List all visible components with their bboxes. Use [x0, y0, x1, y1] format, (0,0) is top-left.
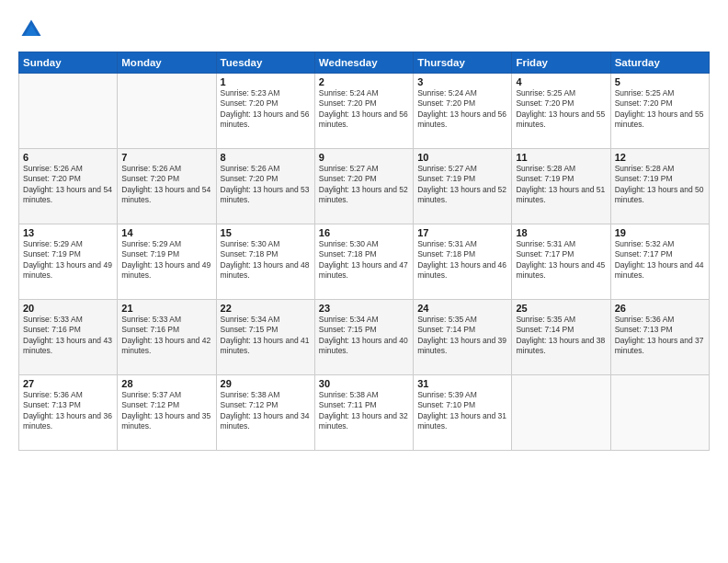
day-info: Sunrise: 5:31 AM Sunset: 7:17 PM Dayligh…	[516, 239, 606, 282]
calendar-cell: 14Sunrise: 5:29 AM Sunset: 7:19 PM Dayli…	[118, 224, 216, 300]
calendar-cell	[19, 74, 118, 149]
day-info: Sunrise: 5:23 AM Sunset: 7:20 PM Dayligh…	[221, 88, 311, 131]
calendar-cell	[610, 375, 709, 451]
calendar-cell: 28Sunrise: 5:37 AM Sunset: 7:12 PM Dayli…	[118, 375, 216, 451]
day-info: Sunrise: 5:37 AM Sunset: 7:12 PM Dayligh…	[121, 390, 211, 432]
day-number: 6	[23, 152, 113, 163]
day-number: 26	[615, 303, 705, 314]
day-info: Sunrise: 5:26 AM Sunset: 7:20 PM Dayligh…	[221, 164, 311, 206]
day-number: 31	[417, 378, 507, 389]
week-row-4: 20Sunrise: 5:33 AM Sunset: 7:16 PM Dayli…	[19, 300, 710, 375]
day-info: Sunrise: 5:24 AM Sunset: 7:20 PM Dayligh…	[417, 88, 507, 131]
calendar-table: SundayMondayTuesdayWednesdayThursdayFrid…	[18, 52, 710, 451]
day-info: Sunrise: 5:25 AM Sunset: 7:20 PM Dayligh…	[516, 88, 606, 131]
day-info: Sunrise: 5:24 AM Sunset: 7:20 PM Dayligh…	[319, 88, 409, 131]
calendar-cell: 8Sunrise: 5:26 AM Sunset: 7:20 PM Daylig…	[216, 149, 314, 224]
calendar-cell: 17Sunrise: 5:31 AM Sunset: 7:18 PM Dayli…	[414, 224, 512, 300]
day-number: 22	[221, 303, 311, 314]
day-info: Sunrise: 5:35 AM Sunset: 7:14 PM Dayligh…	[417, 315, 507, 357]
calendar-cell: 26Sunrise: 5:36 AM Sunset: 7:13 PM Dayli…	[610, 300, 709, 375]
calendar-cell: 31Sunrise: 5:39 AM Sunset: 7:10 PM Dayli…	[414, 375, 512, 451]
logo-icon	[18, 17, 44, 42]
day-number: 17	[417, 227, 507, 238]
day-number: 5	[615, 76, 705, 87]
day-info: Sunrise: 5:30 AM Sunset: 7:18 PM Dayligh…	[319, 239, 409, 282]
day-info: Sunrise: 5:26 AM Sunset: 7:20 PM Dayligh…	[23, 164, 113, 206]
weekday-header-sunday: Sunday	[19, 52, 118, 74]
calendar-cell: 27Sunrise: 5:36 AM Sunset: 7:13 PM Dayli…	[19, 375, 118, 451]
day-number: 29	[221, 378, 311, 389]
header	[18, 17, 710, 42]
day-info: Sunrise: 5:34 AM Sunset: 7:15 PM Dayligh…	[221, 315, 311, 357]
calendar-cell: 7Sunrise: 5:26 AM Sunset: 7:20 PM Daylig…	[118, 149, 216, 224]
day-info: Sunrise: 5:27 AM Sunset: 7:20 PM Dayligh…	[319, 164, 409, 206]
day-number: 20	[23, 303, 113, 314]
day-number: 9	[319, 152, 409, 163]
day-number: 24	[417, 303, 507, 314]
day-number: 16	[319, 227, 409, 238]
calendar-cell: 24Sunrise: 5:35 AM Sunset: 7:14 PM Dayli…	[414, 300, 512, 375]
day-number: 19	[615, 227, 705, 238]
calendar-cell: 23Sunrise: 5:34 AM Sunset: 7:15 PM Dayli…	[314, 300, 413, 375]
logo	[18, 17, 48, 42]
day-info: Sunrise: 5:25 AM Sunset: 7:20 PM Dayligh…	[615, 88, 705, 131]
calendar-page: SundayMondayTuesdayWednesdayThursdayFrid…	[0, 0, 728, 563]
day-number: 3	[417, 76, 507, 87]
day-number: 11	[516, 152, 606, 163]
calendar-cell: 22Sunrise: 5:34 AM Sunset: 7:15 PM Dayli…	[216, 300, 314, 375]
calendar-cell: 29Sunrise: 5:38 AM Sunset: 7:12 PM Dayli…	[216, 375, 314, 451]
day-info: Sunrise: 5:29 AM Sunset: 7:19 PM Dayligh…	[121, 239, 211, 282]
day-number: 18	[516, 227, 606, 238]
day-number: 21	[121, 303, 211, 314]
day-info: Sunrise: 5:26 AM Sunset: 7:20 PM Dayligh…	[121, 164, 211, 206]
day-number: 27	[23, 378, 113, 389]
day-number: 1	[221, 76, 311, 87]
calendar-cell: 21Sunrise: 5:33 AM Sunset: 7:16 PM Dayli…	[118, 300, 216, 375]
day-info: Sunrise: 5:32 AM Sunset: 7:17 PM Dayligh…	[615, 239, 705, 282]
day-info: Sunrise: 5:33 AM Sunset: 7:16 PM Dayligh…	[23, 315, 113, 357]
day-number: 25	[516, 303, 606, 314]
day-number: 28	[121, 378, 211, 389]
day-number: 13	[23, 227, 113, 238]
calendar-cell: 16Sunrise: 5:30 AM Sunset: 7:18 PM Dayli…	[314, 224, 413, 300]
day-number: 23	[319, 303, 409, 314]
weekday-header-tuesday: Tuesday	[216, 52, 314, 74]
calendar-cell: 9Sunrise: 5:27 AM Sunset: 7:20 PM Daylig…	[314, 149, 413, 224]
day-number: 2	[319, 76, 409, 87]
day-info: Sunrise: 5:30 AM Sunset: 7:18 PM Dayligh…	[221, 239, 311, 282]
weekday-header-thursday: Thursday	[414, 52, 512, 74]
calendar-cell	[118, 74, 216, 149]
day-number: 15	[221, 227, 311, 238]
weekday-header-wednesday: Wednesday	[314, 52, 413, 74]
calendar-cell: 2Sunrise: 5:24 AM Sunset: 7:20 PM Daylig…	[314, 74, 413, 149]
weekday-header-row: SundayMondayTuesdayWednesdayThursdayFrid…	[19, 52, 710, 74]
calendar-cell	[512, 375, 610, 451]
calendar-cell: 30Sunrise: 5:38 AM Sunset: 7:11 PM Dayli…	[314, 375, 413, 451]
day-info: Sunrise: 5:38 AM Sunset: 7:11 PM Dayligh…	[319, 390, 409, 432]
day-info: Sunrise: 5:27 AM Sunset: 7:19 PM Dayligh…	[417, 164, 507, 206]
day-info: Sunrise: 5:33 AM Sunset: 7:16 PM Dayligh…	[121, 315, 211, 357]
day-number: 7	[121, 152, 211, 163]
day-number: 30	[319, 378, 409, 389]
calendar-cell: 13Sunrise: 5:29 AM Sunset: 7:19 PM Dayli…	[19, 224, 118, 300]
day-info: Sunrise: 5:29 AM Sunset: 7:19 PM Dayligh…	[23, 239, 113, 282]
calendar-cell: 1Sunrise: 5:23 AM Sunset: 7:20 PM Daylig…	[216, 74, 314, 149]
calendar-cell: 3Sunrise: 5:24 AM Sunset: 7:20 PM Daylig…	[414, 74, 512, 149]
calendar-cell: 11Sunrise: 5:28 AM Sunset: 7:19 PM Dayli…	[512, 149, 610, 224]
day-number: 12	[615, 152, 705, 163]
day-info: Sunrise: 5:34 AM Sunset: 7:15 PM Dayligh…	[319, 315, 409, 357]
week-row-2: 6Sunrise: 5:26 AM Sunset: 7:20 PM Daylig…	[19, 149, 710, 224]
weekday-header-saturday: Saturday	[610, 52, 709, 74]
calendar-cell: 18Sunrise: 5:31 AM Sunset: 7:17 PM Dayli…	[512, 224, 610, 300]
day-info: Sunrise: 5:35 AM Sunset: 7:14 PM Dayligh…	[516, 315, 606, 357]
weekday-header-friday: Friday	[512, 52, 610, 74]
day-info: Sunrise: 5:36 AM Sunset: 7:13 PM Dayligh…	[23, 390, 113, 432]
day-number: 4	[516, 76, 606, 87]
day-number: 14	[121, 227, 211, 238]
day-info: Sunrise: 5:36 AM Sunset: 7:13 PM Dayligh…	[615, 315, 705, 357]
calendar-cell: 25Sunrise: 5:35 AM Sunset: 7:14 PM Dayli…	[512, 300, 610, 375]
day-info: Sunrise: 5:39 AM Sunset: 7:10 PM Dayligh…	[417, 390, 507, 432]
day-number: 10	[417, 152, 507, 163]
week-row-1: 1Sunrise: 5:23 AM Sunset: 7:20 PM Daylig…	[19, 74, 710, 149]
day-info: Sunrise: 5:38 AM Sunset: 7:12 PM Dayligh…	[221, 390, 311, 432]
